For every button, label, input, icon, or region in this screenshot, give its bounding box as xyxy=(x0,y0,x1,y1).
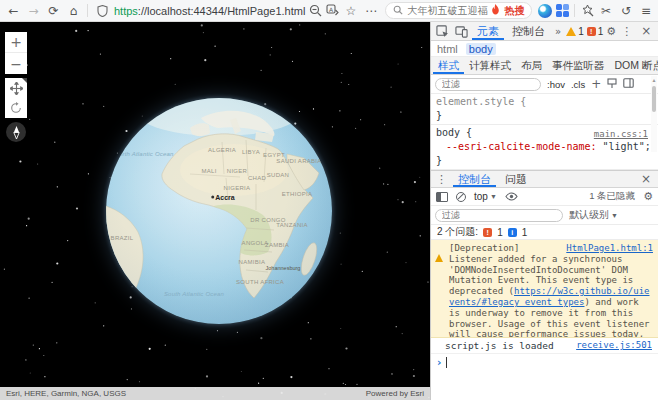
deprecation-warning-message: HtmlPage1.html:1 [Deprecation] Listener … xyxy=(431,240,658,338)
forward-button[interactable]: → xyxy=(24,2,43,20)
css-value[interactable]: "light"; xyxy=(603,141,651,152)
map-label: TANZANIA xyxy=(276,222,308,228)
back-button[interactable]: ← xyxy=(4,2,23,20)
map-label: South Atlantic Ocean xyxy=(164,291,224,297)
favorites-pin-icon[interactable] xyxy=(579,3,595,19)
text-cursor xyxy=(446,357,447,368)
styles-tab-1[interactable]: 计算样式 xyxy=(464,57,516,74)
map-label: ZAMBIA xyxy=(265,242,289,248)
css-property[interactable]: --esri-calcite-mode-name: xyxy=(446,141,603,152)
bookmark-star-icon[interactable]: ☆ xyxy=(341,2,360,20)
tab-console[interactable]: 控制台 xyxy=(507,22,550,40)
map-label: ETHIOPIA xyxy=(282,191,312,197)
map-labels-layer: ALGERIALIBYAEGYPTSAUDI ARABIAMALINIGERCH… xyxy=(106,98,332,324)
live-expression-eye-icon[interactable] xyxy=(505,191,518,203)
translate-icon[interactable]: A xyxy=(324,3,340,19)
drawer-tab-issues[interactable]: 问题 xyxy=(500,171,532,187)
styles-tab-3[interactable]: 事件监听器 xyxy=(547,57,610,74)
toolbar-divider xyxy=(574,4,575,17)
issues-badge[interactable]: ! 1 xyxy=(587,26,604,37)
issue-error-icon: ! xyxy=(483,228,492,237)
crumb-body[interactable]: body xyxy=(466,43,496,55)
element-style-rule[interactable]: element.style { } xyxy=(431,94,658,125)
rotate-icon xyxy=(10,102,22,114)
styles-filter-row: :hov .cls + xyxy=(431,75,658,94)
font-editor-icon[interactable] xyxy=(607,78,617,90)
map-label: NIGERIA xyxy=(224,185,251,191)
toggle-hov-button[interactable]: :hov xyxy=(547,79,565,90)
toggle-cls-button[interactable]: .cls xyxy=(571,79,585,90)
more-tabs-chevron[interactable]: » xyxy=(553,26,563,37)
chevron-down-icon: ▼ xyxy=(490,193,497,200)
warning-triangle-icon xyxy=(435,244,443,255)
svg-text:A: A xyxy=(329,6,334,13)
warnings-badge[interactable]: 1 xyxy=(566,26,584,37)
powered-by-esri[interactable]: Powered by Esri xyxy=(366,389,424,398)
hot-search-box[interactable]: 大年初五破五迎福 热搜 xyxy=(385,2,532,19)
styles-scrollbar[interactable]: ▲ xyxy=(651,76,657,152)
styles-tab-4[interactable]: DOM 断点 xyxy=(610,57,658,74)
drawer-menu-dots-icon[interactable]: ⋮ xyxy=(434,173,449,186)
new-style-rule-button[interactable]: + xyxy=(591,77,601,91)
earth-globe[interactable]: ALGERIALIBYAEGYPTSAUDI ARABIAMALINIGERCH… xyxy=(106,98,332,324)
compass-button[interactable] xyxy=(6,122,26,142)
execution-context-selector[interactable]: top▼ xyxy=(474,191,497,202)
devtools-close-icon[interactable]: × xyxy=(637,24,655,38)
security-shield-icon[interactable] xyxy=(94,3,110,19)
apps-grid-icon[interactable] xyxy=(554,3,570,19)
warning-triangle-icon xyxy=(566,27,576,36)
warning-source-link[interactable]: HtmlPage1.html:1 xyxy=(566,243,653,254)
devtools-settings-gear-icon[interactable]: ⚙ xyxy=(606,25,616,38)
map-label: North Atlantic Ocean xyxy=(114,151,173,157)
extension-logo-icon[interactable] xyxy=(537,3,553,19)
issues-summary-row[interactable]: 2 个问题: ! 1 i 1 xyxy=(431,225,658,240)
styles-tab-0[interactable]: 样式 xyxy=(433,57,464,74)
screenshot-scissors-icon[interactable]: ✂ xyxy=(596,2,615,20)
console-filter-input[interactable] xyxy=(435,209,563,222)
map-label: Accra xyxy=(211,194,234,201)
zoom-out-button[interactable]: − xyxy=(5,53,27,74)
inspect-element-icon[interactable] xyxy=(434,24,450,39)
devtools-menu-dots-icon[interactable]: ⋮ xyxy=(619,25,634,38)
map-label: LIBYA xyxy=(242,149,260,155)
map-attribution: Esri, HERE, Garmin, NGA, USGS Powered by… xyxy=(0,387,430,400)
menu-hamburger-icon[interactable]: ≡ xyxy=(636,2,655,20)
zoom-in-button[interactable]: + xyxy=(5,32,27,53)
dom-breadcrumb: html body xyxy=(431,41,658,57)
log-source-link[interactable]: receive.js:501 xyxy=(576,340,652,350)
map-label: MALI xyxy=(201,168,216,174)
tab-elements[interactable]: 元素 xyxy=(472,22,504,40)
compass-needle-icon xyxy=(12,126,21,139)
stylesheet-link[interactable]: main.css:1 xyxy=(594,127,648,141)
crumb-html[interactable]: html xyxy=(437,43,458,55)
restore-undo-icon[interactable]: ↺ xyxy=(616,2,635,20)
scrollbar-up-arrow[interactable]: ▲ xyxy=(651,77,657,84)
body-style-rule[interactable]: main.css:1 body { --esri-calcite-mode-na… xyxy=(431,125,658,170)
browser-toolbar: ← → ⟳ ⌂ https://localhost:44344/HtmlPage… xyxy=(0,0,658,22)
styles-tab-2[interactable]: 布局 xyxy=(516,57,547,74)
map-label: SAUDI ARABIA xyxy=(276,158,321,164)
clear-console-icon[interactable] xyxy=(456,192,466,202)
zoom-page-icon[interactable] xyxy=(307,3,323,19)
drawer-close-icon[interactable]: × xyxy=(637,172,655,186)
scrollbar-thumb[interactable] xyxy=(652,86,656,112)
drawer-tab-console[interactable]: 控制台 xyxy=(453,171,496,187)
map-viewport[interactable]: ALGERIALIBYAEGYPTSAUDI ARABIAMALINIGERCH… xyxy=(0,22,430,400)
issues-summary-text: 2 个问题: xyxy=(437,225,478,239)
more-ellipsis-icon[interactable]: ⋯ xyxy=(361,2,380,20)
log-levels-dropdown[interactable]: 默认级别▼ xyxy=(569,208,618,222)
address-bar[interactable]: https://localhost:44344/HtmlPage1.html xyxy=(94,3,305,19)
console-settings-gear-icon[interactable]: ⚙ xyxy=(643,190,653,203)
hidden-messages-note[interactable]: 1 条已隐藏 xyxy=(589,190,635,203)
refresh-button[interactable]: ⟳ xyxy=(44,2,63,20)
toolbar-divider xyxy=(87,4,88,17)
console-toolbar: top▼ 1 条已隐藏 ⚙ xyxy=(431,188,658,206)
rotate-mode-button[interactable] xyxy=(5,98,27,118)
computed-sidebar-toggle-icon[interactable] xyxy=(623,78,634,90)
styles-filter-input[interactable] xyxy=(435,78,541,91)
home-button[interactable]: ⌂ xyxy=(64,2,83,20)
console-prompt[interactable]: › xyxy=(431,354,658,371)
console-sidebar-toggle-icon[interactable] xyxy=(436,192,448,202)
device-toolbar-icon[interactable] xyxy=(453,24,469,39)
map-label: Johannesburg xyxy=(266,265,301,271)
